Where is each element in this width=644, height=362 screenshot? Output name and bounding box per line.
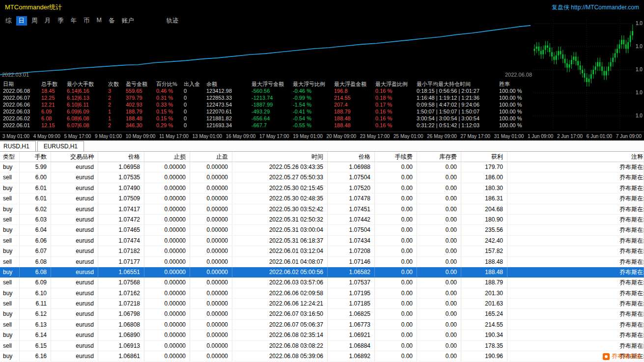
- trade-cell: 0.00: [375, 330, 417, 340]
- menu-item-10[interactable]: 账户: [119, 16, 136, 26]
- stats-cell: 122070.61: [204, 108, 250, 115]
- menu-item-8[interactable]: M: [94, 16, 104, 26]
- trade-col-header[interactable]: 止盈: [190, 152, 232, 162]
- menu-item-11[interactable]: 轨迹: [164, 16, 181, 26]
- trade-cell: 0.00000: [144, 351, 190, 361]
- trade-cell: 0.00: [417, 257, 461, 267]
- trade-col-header[interactable]: 时间: [232, 152, 328, 162]
- menu-item-7[interactable]: 币: [81, 16, 92, 26]
- trade-row[interactable]: sell6.11eurusd1.072180.000000.000002022.…: [0, 299, 644, 309]
- trade-table-body: buy5.99eurusd1.069580.000000.000002022.0…: [0, 162, 644, 362]
- trade-cell: 0.00000: [144, 341, 190, 351]
- menu-item-5[interactable]: 季: [55, 16, 66, 26]
- time-axis-label: 13 May 01:00: [193, 134, 223, 139]
- trade-row[interactable]: buy6.08eurusd1.065510.000000.000002022.0…: [0, 267, 644, 278]
- trade-cell: 2022.05.30 02:48:35: [232, 194, 328, 203]
- trade-col-header[interactable]: 交易品种: [51, 152, 98, 162]
- trade-cell: sell: [0, 320, 20, 330]
- trade-cell: buy: [0, 351, 20, 361]
- trade-cell: 6.15: [20, 341, 51, 351]
- trade-row[interactable]: sell6.08eurusd1.071770.000000.000002022.…: [0, 257, 644, 267]
- trade-cell: 0.00000: [144, 194, 190, 203]
- trade-cell: sell: [0, 299, 20, 308]
- trade-cell: 乔布斯在线: [507, 225, 644, 235]
- range-end-date: 2022.06.08: [505, 72, 532, 78]
- trade-cell: 乔布斯在线: [507, 246, 644, 256]
- trade-col-header[interactable]: 手数: [20, 152, 51, 162]
- time-axis-label: 6 Jun 01:00: [587, 134, 612, 139]
- trade-col-header[interactable]: 类型: [0, 152, 20, 162]
- menu-item-2[interactable]: 日: [16, 16, 28, 26]
- trade-row[interactable]: buy6.10eurusd1.071620.000000.000002022.0…: [0, 288, 644, 299]
- trade-col-header[interactable]: 止损: [144, 152, 190, 162]
- stats-cell: -667.7: [250, 122, 291, 129]
- trade-row[interactable]: buy5.99eurusd1.069580.000000.000002022.0…: [0, 162, 644, 172]
- trade-row[interactable]: sell6.09eurusd1.075680.000000.000002022.…: [0, 278, 644, 288]
- trade-cell: 1.07478: [328, 194, 375, 203]
- trade-row[interactable]: buy6.04eurusd1.074650.000000.000002022.0…: [0, 225, 644, 235]
- stats-cell: 1: [106, 115, 124, 122]
- trade-row[interactable]: buy6.14eurusd1.068900.000000.000002022.0…: [0, 330, 644, 340]
- trade-cell: 乔布斯在线: [507, 257, 644, 267]
- trade-row[interactable]: buy6.01eurusd1.074900.000000.000002022.0…: [0, 183, 644, 194]
- stats-cell: -0.99 %: [291, 94, 332, 101]
- trade-row[interactable]: sell6.15eurusd1.069130.000000.000002022.…: [0, 341, 644, 351]
- trade-row[interactable]: sell6.01eurusd1.075090.000000.000002022.…: [0, 194, 644, 204]
- stats-col-header: 最大浮亏金额: [250, 81, 291, 87]
- website-link[interactable]: 复盘侠 http://MTCommander.com: [552, 3, 639, 12]
- stats-cell: 1: [106, 108, 124, 115]
- stats-cell: -0.46 %: [291, 87, 332, 94]
- trade-cell: 0.00000: [144, 330, 190, 340]
- stats-cell: 0.18 %: [373, 94, 415, 101]
- chart-panel: MTCommander统计 复盘侠 http://MTCommander.com…: [0, 0, 644, 140]
- menu-item-4[interactable]: 月: [42, 16, 54, 26]
- trade-cell: 180.30: [461, 183, 507, 193]
- trade-cell: eurusd: [51, 215, 98, 224]
- trade-col-header[interactable]: 注释: [507, 152, 644, 162]
- trade-row[interactable]: sell6.00eurusd1.075350.000000.000002022.…: [0, 172, 644, 183]
- trade-cell: 0.00: [375, 215, 417, 224]
- menu-item-9[interactable]: 备: [106, 16, 117, 26]
- stats-col-header: 最小平均最大持仓时间: [415, 81, 497, 87]
- trade-cell: 1.06884: [328, 341, 375, 351]
- time-axis-label: 31 May 01:00: [494, 134, 524, 139]
- trade-row[interactable]: buy6.12eurusd1.067980.000000.000002022.0…: [0, 309, 644, 319]
- trade-cell: 0.00000: [144, 215, 190, 224]
- stats-cell: 0:31:22 | 0:51:42 | 1:12:03: [415, 122, 497, 129]
- trade-col-header[interactable]: 库存费: [417, 152, 461, 162]
- trade-cell: buy: [0, 246, 20, 256]
- trade-row[interactable]: buy6.07eurusd1.071820.000000.000002022.0…: [0, 246, 644, 256]
- time-axis-label: 1 Jun 09:00: [528, 134, 553, 139]
- trade-row[interactable]: sell6.06eurusd1.074740.000000.000002022.…: [0, 236, 644, 246]
- trade-cell: 1.06773: [328, 320, 375, 330]
- trade-row[interactable]: sell6.13eurusd1.068080.000000.000002022.…: [0, 320, 644, 330]
- trade-cell: 2022.06.01 04:08:07: [232, 257, 328, 267]
- stats-cell: 559.65: [124, 87, 154, 94]
- trade-col-header[interactable]: 获利: [461, 152, 507, 162]
- trade-cell: buy: [0, 204, 20, 214]
- stats-cell: -560.56: [250, 87, 291, 94]
- trade-cell: 乔布斯在线: [507, 341, 644, 351]
- trade-cell: sell: [0, 257, 20, 267]
- trade-row[interactable]: sell6.03eurusd1.074720.000000.000002022.…: [0, 215, 644, 225]
- trade-cell: 1.06890: [98, 330, 144, 340]
- trade-cell: eurusd: [51, 330, 98, 340]
- time-axis-label: 11 May 17:00: [159, 134, 189, 139]
- trade-cell: 188.48: [461, 257, 507, 267]
- trade-cell: 6.08: [20, 267, 51, 277]
- chart-tab-1[interactable]: RUSD,H1: [0, 141, 36, 151]
- stats-cell: 1:50:07 | 1:50:07 | 1:50:07: [415, 108, 497, 115]
- trade-col-header[interactable]: 价格: [98, 152, 144, 162]
- stats-col-header: 日期: [1, 81, 39, 87]
- trade-col-header[interactable]: 手续费: [375, 152, 417, 162]
- trade-row[interactable]: buy6.16eurusd1.068610.000000.000002022.0…: [0, 351, 644, 362]
- menu-item-1[interactable]: 综: [3, 16, 14, 26]
- trade-col-header[interactable]: 价格: [328, 152, 375, 162]
- time-axis-label: 3 May 01:00: [2, 134, 29, 139]
- chart-tab-2[interactable]: EURUSD,H1: [37, 141, 84, 151]
- menu-item-6[interactable]: 年: [68, 16, 80, 26]
- menu-item-3[interactable]: 周: [29, 16, 40, 26]
- trade-row[interactable]: buy6.02eurusd1.074170.000000.000002022.0…: [0, 204, 644, 215]
- trade-cell: 6.06: [20, 236, 51, 246]
- trade-cell: eurusd: [51, 225, 98, 235]
